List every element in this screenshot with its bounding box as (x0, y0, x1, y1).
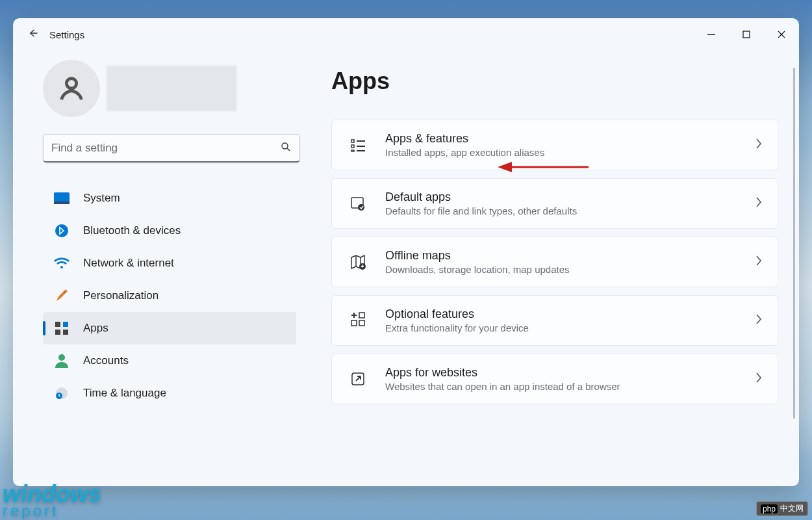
card-apps-websites[interactable]: Apps for websites Websites that can open… (331, 354, 778, 404)
chevron-right-icon (754, 371, 763, 387)
card-subtitle: Defaults for file and link types, other … (385, 205, 754, 216)
svg-point-24 (358, 204, 364, 211)
main-scrollbar[interactable] (793, 68, 795, 419)
sidebar: System Bluetooth & devices Network & int… (13, 51, 312, 486)
sidebar-item-label: Time & language (83, 387, 166, 400)
window-controls (694, 18, 799, 51)
svg-point-5 (282, 143, 288, 149)
sidebar-item-apps[interactable]: Apps (43, 312, 296, 344)
svg-rect-12 (55, 330, 60, 335)
card-subtitle: Websites that can open in an app instead… (385, 381, 754, 392)
chevron-right-icon (754, 196, 763, 211)
svg-point-4 (66, 79, 76, 88)
card-subtitle: Installed apps, app execution aliases (385, 147, 754, 158)
sidebar-item-label: Apps (83, 322, 108, 335)
svg-rect-11 (63, 322, 68, 327)
svg-line-6 (287, 148, 290, 151)
watermark-logo: windows report (3, 484, 101, 517)
svg-rect-17 (351, 140, 354, 142)
badge-text: 中文网 (780, 503, 804, 514)
page-heading: Apps (331, 68, 778, 95)
main-content: Apps Apps & features Installed apps, app… (312, 51, 799, 486)
window-body: System Bluetooth & devices Network & int… (13, 51, 799, 486)
svg-point-14 (58, 354, 65, 361)
display-icon (53, 190, 70, 207)
sidebar-item-label: Network & internet (83, 257, 174, 270)
svg-rect-1 (743, 31, 750, 38)
card-title: Optional features (385, 307, 754, 321)
card-title: Apps for websites (385, 366, 754, 380)
share-box-icon (348, 369, 368, 389)
sidebar-item-accounts[interactable]: Accounts (43, 344, 296, 377)
card-offline-maps[interactable]: Offline maps Downloads, storage location… (331, 237, 778, 287)
default-apps-icon (348, 193, 368, 214)
chevron-right-icon (754, 254, 763, 270)
search-input[interactable] (51, 142, 280, 155)
search-icon (280, 141, 292, 155)
card-title: Default apps (385, 190, 754, 204)
svg-rect-18 (351, 145, 354, 148)
sidebar-item-label: Accounts (83, 354, 129, 367)
sidebar-item-system[interactable]: System (43, 182, 296, 214)
apps-icon (53, 320, 70, 337)
settings-window: Settings (13, 18, 799, 486)
svg-rect-30 (359, 313, 364, 318)
card-apps-features[interactable]: Apps & features Installed apps, app exec… (331, 120, 778, 170)
user-name-redacted (107, 66, 236, 111)
wifi-icon (53, 255, 70, 272)
sidebar-item-network[interactable]: Network & internet (43, 247, 296, 280)
svg-rect-13 (63, 330, 68, 335)
window-title: Settings (49, 29, 84, 40)
sidebar-item-personalization[interactable]: Personalization (43, 280, 296, 312)
person-icon (53, 352, 70, 369)
maximize-button[interactable] (729, 18, 764, 51)
search-box[interactable] (43, 134, 300, 162)
php-badge: php 中文网 (756, 501, 808, 516)
sidebar-item-time[interactable]: Time & language (43, 377, 296, 410)
card-optional-features[interactable]: Optional features Extra functionality fo… (331, 295, 778, 346)
card-default-apps[interactable]: Default apps Defaults for file and link … (331, 178, 778, 229)
paintbrush-icon (53, 287, 70, 304)
settings-cards: Apps & features Installed apps, app exec… (331, 120, 778, 404)
svg-rect-28 (351, 320, 357, 326)
chevron-right-icon (754, 137, 763, 153)
svg-rect-29 (359, 320, 364, 326)
badge-prefix: php (761, 504, 778, 514)
card-subtitle: Extra functionality for your device (385, 322, 754, 333)
card-subtitle: Downloads, storage location, map updates (385, 264, 754, 275)
clock-globe-icon (53, 385, 70, 402)
svg-rect-19 (351, 150, 354, 151)
sidebar-item-label: System (83, 192, 120, 205)
svg-rect-10 (55, 322, 60, 327)
sidebar-item-label: Personalization (83, 289, 159, 302)
grid-plus-icon (348, 310, 368, 331)
nav: System Bluetooth & devices Network & int… (43, 182, 296, 486)
avatar (43, 60, 100, 117)
map-icon (348, 252, 368, 272)
chevron-right-icon (754, 313, 763, 328)
svg-rect-8 (54, 202, 70, 204)
back-button[interactable] (19, 27, 45, 42)
list-icon (348, 135, 368, 155)
sidebar-item-label: Bluetooth & devices (83, 224, 181, 237)
card-title: Offline maps (385, 249, 754, 263)
user-section[interactable] (43, 60, 296, 117)
close-button[interactable] (764, 18, 799, 51)
sidebar-item-bluetooth[interactable]: Bluetooth & devices (43, 214, 296, 247)
bluetooth-icon (53, 222, 70, 239)
titlebar: Settings (13, 18, 799, 51)
svg-point-9 (55, 224, 68, 237)
minimize-button[interactable] (694, 18, 729, 51)
card-title: Apps & features (385, 132, 754, 146)
